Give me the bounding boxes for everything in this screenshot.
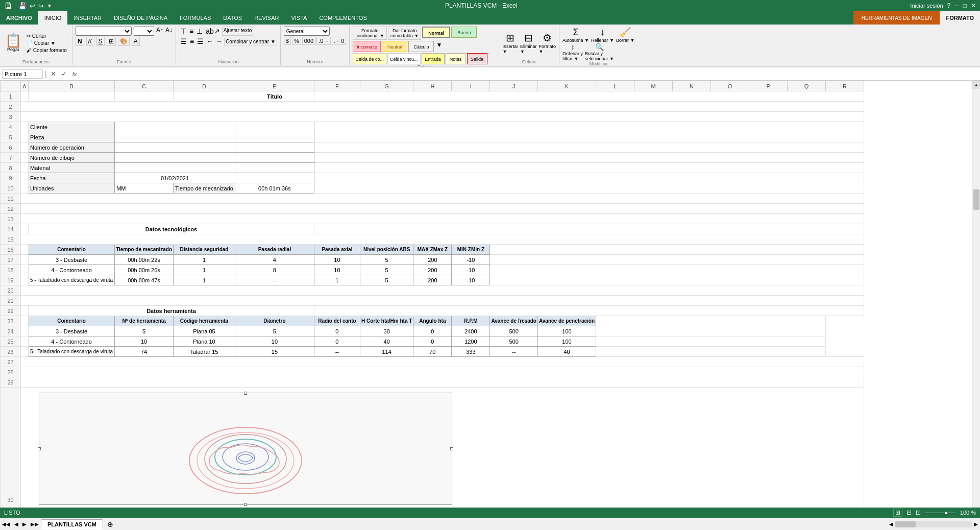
cell-e8[interactable]: [235, 163, 314, 173]
cell-j26[interactable]: --: [490, 347, 538, 357]
redo-btn[interactable]: ↪: [38, 2, 44, 10]
autosum-btn[interactable]: Σ Autosuma ▼: [562, 27, 589, 43]
cell-g18[interactable]: 5: [360, 265, 413, 275]
cell-h18[interactable]: 200: [413, 265, 452, 275]
tab-vista[interactable]: VISTA: [285, 11, 313, 25]
col-header-g[interactable]: G: [360, 81, 413, 91]
col-header-b[interactable]: B: [29, 81, 115, 91]
cell-c17[interactable]: 00h 00m 22s: [115, 255, 174, 265]
cell-a7[interactable]: [21, 153, 29, 163]
cell-f19[interactable]: 1: [314, 275, 360, 285]
cell-b24[interactable]: 3 - Desbaste: [29, 326, 115, 336]
close-btn[interactable]: ✕: [971, 2, 976, 9]
col-header-n[interactable]: N: [673, 81, 711, 91]
cell-h25[interactable]: 0: [413, 336, 452, 347]
cell-b10[interactable]: Unidades: [29, 183, 115, 194]
cell-c4[interactable]: [115, 122, 235, 132]
sheet-nav-right[interactable]: ▶▶: [29, 521, 41, 527]
percent-btn[interactable]: %: [292, 37, 301, 45]
cell-e7[interactable]: [235, 153, 314, 163]
col-header-k[interactable]: K: [537, 81, 596, 91]
col-header-i[interactable]: I: [452, 81, 490, 91]
formula-cancel-btn[interactable]: ✕: [49, 70, 58, 78]
undo-btn[interactable]: ↩: [30, 2, 35, 10]
col-header-o[interactable]: O: [711, 81, 749, 91]
cell-b4[interactable]: Cliente: [29, 122, 115, 132]
decimal-inc-btn[interactable]: .0→: [316, 37, 331, 45]
sheet-nav-left[interactable]: ◀◀: [0, 521, 12, 527]
font-color-btn[interactable]: A: [132, 37, 140, 46]
col-header-l[interactable]: L: [596, 81, 634, 91]
cell-a8[interactable]: [21, 163, 29, 173]
cell-e6[interactable]: [235, 142, 314, 153]
cell-b7[interactable]: Número de dibujo: [29, 153, 115, 163]
cell-f25[interactable]: 0: [314, 336, 360, 347]
cut-btn[interactable]: ✂ Cortar: [24, 33, 69, 39]
tab-archivo[interactable]: ARCHIVO: [0, 11, 38, 25]
border-btn[interactable]: ⊞: [107, 37, 116, 46]
cell-e17[interactable]: 4: [235, 255, 314, 265]
cell-b9[interactable]: Fecha: [29, 173, 115, 183]
cell-i19[interactable]: -10: [452, 275, 490, 285]
maximize-btn[interactable]: □: [963, 2, 967, 9]
decimal-dec-btn[interactable]: .←0: [332, 37, 346, 45]
col-header-a[interactable]: A: [21, 81, 29, 91]
col-header-j[interactable]: J: [490, 81, 538, 91]
qa-dropdown[interactable]: ▼: [47, 3, 52, 9]
align-middle-btn[interactable]: ≡: [188, 27, 194, 36]
cell-g25[interactable]: 40: [360, 336, 413, 347]
cell-c9[interactable]: 01/02/2021: [115, 173, 235, 183]
hscroll-track[interactable]: [895, 521, 972, 527]
align-left-btn[interactable]: ☰: [179, 37, 188, 46]
cell-f17[interactable]: 10: [314, 255, 360, 265]
fill-btn[interactable]: 🎨: [118, 37, 130, 46]
number-format-select[interactable]: General: [284, 27, 330, 36]
cell-b17[interactable]: 3 - Desbaste: [29, 255, 115, 265]
style-bad[interactable]: Incorrecto: [353, 41, 381, 52]
style-linked[interactable]: Celda vincu...: [387, 53, 421, 64]
col-header-m[interactable]: M: [634, 81, 673, 91]
cell-c25[interactable]: 10: [115, 336, 174, 347]
font-size-inc[interactable]: A↑: [156, 27, 163, 36]
cell-b26[interactable]: 5 - Taladrado con descarga de viruta: [29, 347, 115, 357]
cell-e26[interactable]: 15: [235, 347, 314, 357]
cell-c24[interactable]: 5: [115, 326, 174, 336]
align-center-btn[interactable]: ≡: [189, 37, 195, 46]
cell-d18[interactable]: 1: [173, 265, 235, 275]
col-header-f[interactable]: F: [314, 81, 360, 91]
comma-btn[interactable]: 000: [302, 37, 315, 45]
view-layout-btn[interactable]: ⊟: [906, 509, 912, 516]
cell-f26[interactable]: --: [314, 347, 360, 357]
insert-btn[interactable]: ⊞ Insertar▼: [502, 32, 518, 54]
cell-e25[interactable]: 10: [235, 336, 314, 347]
login-label[interactable]: Iniciar sesión: [910, 3, 943, 9]
wrap-text-btn[interactable]: Ajustar texto: [222, 27, 254, 36]
col-header-c[interactable]: C: [115, 81, 174, 91]
cell-c5[interactable]: [115, 132, 235, 142]
cell-c8[interactable]: [115, 163, 235, 173]
format-conditional-btn[interactable]: Formatocondicional ▼: [353, 27, 386, 40]
cell-c26[interactable]: 74: [115, 347, 174, 357]
format-cells-btn[interactable]: ⚙ Formato▼: [539, 32, 556, 54]
cell-e24[interactable]: 5: [235, 326, 314, 336]
image-container[interactable]: [39, 393, 452, 505]
style-entrada[interactable]: Entrada: [422, 53, 445, 64]
style-dropdown[interactable]: ▼: [435, 41, 443, 52]
cell-b25[interactable]: 4 - Contorneado: [29, 336, 115, 347]
cell-g24[interactable]: 30: [360, 326, 413, 336]
style-neutral[interactable]: Neutral: [382, 41, 407, 52]
cell-reference-box[interactable]: Picture 1: [2, 69, 43, 79]
cell-d17[interactable]: 1: [173, 255, 235, 265]
formula-fx-btn[interactable]: fx: [70, 71, 79, 77]
scroll-up-btn[interactable]: ▲: [972, 81, 981, 89]
copy-btn[interactable]: 📄 Copiar ▼: [24, 40, 69, 46]
vertical-scrollbar[interactable]: ▲ ▼: [972, 81, 980, 518]
style-celda[interactable]: Celda de co...: [353, 53, 386, 64]
cell-b6[interactable]: Número de operación: [29, 142, 115, 153]
cell-c6[interactable]: [115, 142, 235, 153]
cell-a5[interactable]: [21, 132, 29, 142]
currency-btn[interactable]: $: [284, 37, 291, 45]
sheet-nav-next[interactable]: ▶: [20, 521, 29, 527]
style-normal[interactable]: Normal: [422, 27, 450, 38]
cell-d19[interactable]: 1: [173, 275, 235, 285]
